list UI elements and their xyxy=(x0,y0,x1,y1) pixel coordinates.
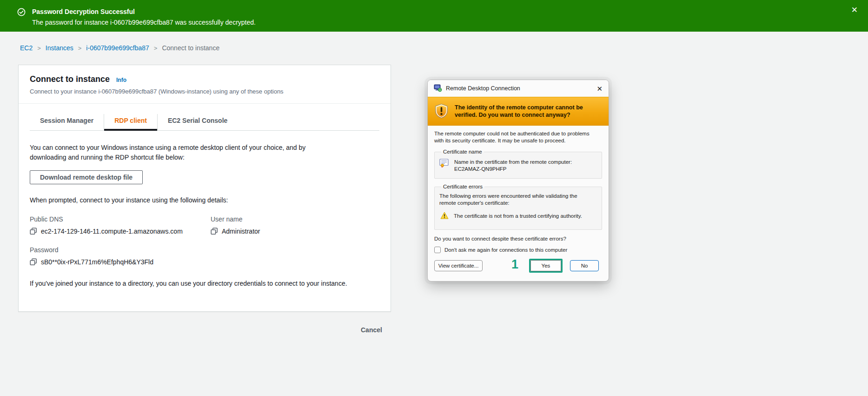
prompt-text: When prompted, connect to your instance … xyxy=(30,196,379,204)
remote-desktop-connection-dialog: Remote Desktop Connection ✕ The identity… xyxy=(427,80,609,282)
connection-tabs: Session Manager RDP client EC2 Serial Co… xyxy=(30,114,379,131)
dialog-title: Remote Desktop Connection xyxy=(446,85,520,92)
page-title: Connect to instance xyxy=(30,74,110,84)
user-name-value: Administrator xyxy=(222,228,260,235)
copy-icon[interactable] xyxy=(30,258,37,266)
connection-details: Public DNS ec2-174-129-146-11.compute-1.… xyxy=(30,215,379,266)
breadcrumb-current-page: Connect to instance xyxy=(162,44,219,52)
breadcrumb-instance-id[interactable]: i-0607b99e699cfba87 xyxy=(86,44,149,52)
connect-to-instance-panel: Connect to instance Info Connect to your… xyxy=(18,65,391,312)
certificate-errors-text: The following errors were encountered wh… xyxy=(439,193,593,207)
banner-title: Password Decryption Successful xyxy=(32,7,256,16)
yes-button[interactable]: Yes xyxy=(530,260,561,271)
download-remote-desktop-file-button[interactable]: Download remote desktop file xyxy=(30,170,143,184)
info-link[interactable]: Info xyxy=(116,77,126,83)
tab-ec2-serial-console[interactable]: EC2 Serial Console xyxy=(157,114,238,130)
public-dns-value: ec2-174-129-146-11.compute-1.amazonaws.c… xyxy=(41,228,183,235)
breadcrumb-instances[interactable]: Instances xyxy=(46,44,73,52)
certificate-name-value: EC2AMAZ-QN9PHFP xyxy=(454,166,572,173)
copy-icon[interactable] xyxy=(211,228,218,235)
breadcrumb-separator: > xyxy=(154,45,158,52)
password-field: Password sB0**0ix-rPxL771m6%EfphqH6&Y3Fl… xyxy=(30,246,379,266)
warning-header-text: The identity of the remote computer cann… xyxy=(455,104,602,119)
dont-ask-again-checkbox[interactable] xyxy=(434,247,441,253)
public-dns-label: Public DNS xyxy=(30,215,211,223)
annotation-highlight-box: Yes xyxy=(529,259,563,273)
dialog-warning-header: The identity of the remote computer cann… xyxy=(428,97,609,126)
certificate-name-legend: Certificate name xyxy=(441,149,484,154)
certificate-icon xyxy=(439,159,449,168)
connect-question-text: Do you want to connect despite these cer… xyxy=(434,236,602,242)
banner-close-icon[interactable]: ✕ xyxy=(851,6,858,14)
dialog-footer: View certificate... 1 Yes No xyxy=(434,260,602,275)
check-circle-icon xyxy=(17,8,26,18)
user-name-field: User name Administrator xyxy=(211,215,260,235)
breadcrumb-ec2[interactable]: EC2 xyxy=(20,44,33,52)
intro-text: You can connect to your Windows instance… xyxy=(30,143,319,162)
cancel-button[interactable]: Cancel xyxy=(361,326,382,334)
password-label: Password xyxy=(30,246,379,254)
dont-ask-again-label: Don't ask me again for connections to th… xyxy=(444,247,567,253)
rdp-client-tab-content: You can connect to your Windows instance… xyxy=(19,131,391,287)
dialog-body: The remote computer could not be authent… xyxy=(428,126,609,281)
certificate-errors-legend: Certificate errors xyxy=(441,184,484,189)
tab-session-manager[interactable]: Session Manager xyxy=(30,114,104,130)
breadcrumb-separator: > xyxy=(37,45,41,52)
warning-triangle-icon xyxy=(440,212,449,220)
banner-message: The password for instance i-0607b99e699c… xyxy=(32,18,256,27)
breadcrumb: EC2 > Instances > i-0607b99e699cfba87 > … xyxy=(20,44,219,52)
view-certificate-button[interactable]: View certificate... xyxy=(434,260,483,271)
certificate-name-text: Name in the certificate from the remote … xyxy=(454,159,572,166)
no-button[interactable]: No xyxy=(570,260,599,271)
user-name-label: User name xyxy=(211,215,260,223)
certificate-error-item: The certificate is not from a trusted ce… xyxy=(454,213,582,219)
success-banner: Password Decryption Successful The passw… xyxy=(0,0,868,32)
panel-description: Connect to your instance i-0607b99e699cf… xyxy=(30,88,379,95)
panel-header: Connect to instance Info Connect to your… xyxy=(19,65,391,104)
dialog-body-text: The remote computer could not be authent… xyxy=(434,130,596,144)
password-value: sB0**0ix-rPxL771m6%EfphqH6&Y3Fld xyxy=(41,258,153,266)
dialog-titlebar[interactable]: Remote Desktop Connection ✕ xyxy=(428,80,609,97)
breadcrumb-separator: > xyxy=(78,45,82,52)
public-dns-field: Public DNS ec2-174-129-146-11.compute-1.… xyxy=(30,215,211,235)
certificate-name-group: Certificate name Name in the certificate… xyxy=(434,149,602,179)
certificate-errors-group: Certificate errors The following errors … xyxy=(434,184,602,230)
tab-rdp-client[interactable]: RDP client xyxy=(104,114,157,130)
directory-note: If you've joined your instance to a dire… xyxy=(30,280,379,287)
remote-desktop-icon xyxy=(434,84,442,93)
annotation-step-number: 1 xyxy=(511,258,518,271)
copy-icon[interactable] xyxy=(30,228,37,235)
dialog-close-icon[interactable]: ✕ xyxy=(596,85,603,92)
shield-warning-icon xyxy=(434,103,449,120)
